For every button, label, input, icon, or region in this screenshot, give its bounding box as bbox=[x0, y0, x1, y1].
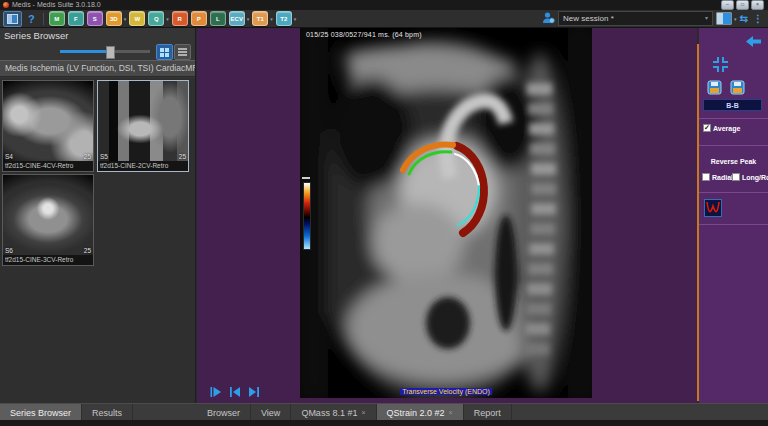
dropdown-caret-icon[interactable]: ▾ bbox=[734, 16, 737, 22]
main-area: Series Browser Medis Ischemia (LV Functi… bbox=[0, 28, 768, 403]
average-checkbox[interactable]: ✓ bbox=[703, 124, 711, 132]
user-icon bbox=[542, 10, 555, 28]
list-view-icon bbox=[178, 51, 187, 53]
average-label: Average bbox=[713, 125, 740, 132]
thumbnail-label: tf2d15-CINE-2CV-Retro bbox=[98, 161, 188, 171]
velocity-colorbar bbox=[303, 182, 311, 250]
close-button[interactable]: × bbox=[751, 0, 764, 10]
dropdown-caret-icon[interactable]: ▾ bbox=[294, 16, 297, 22]
mri-anatomy-graphic bbox=[300, 28, 592, 398]
help-button[interactable]: ? bbox=[25, 13, 38, 25]
frame-count: 25 bbox=[179, 153, 186, 160]
chevron-down-icon: ▾ bbox=[705, 12, 708, 25]
reverse-peak-label: Reverse Peak bbox=[699, 158, 768, 165]
play-button[interactable] bbox=[210, 386, 222, 398]
app-button-r-icon[interactable]: R bbox=[172, 11, 188, 26]
toolbar-separator bbox=[43, 13, 44, 25]
close-tab-icon[interactable]: × bbox=[449, 405, 453, 421]
window-title: Medis - Medis Suite 3.0.18.0 bbox=[12, 0, 101, 10]
mri-image[interactable]: 015/25 038/0527/941 ms. (64 bpm) Transve… bbox=[300, 28, 592, 398]
thumbnail-label: tf2d15-CINE-3CV-Retro bbox=[3, 255, 93, 265]
app-button-q-icon[interactable]: Q bbox=[148, 11, 164, 26]
longrot-checkbox[interactable] bbox=[732, 173, 740, 181]
thumbnail-grid: S4 25 tf2d15-CINE-4CV-Retro S5 25 tf2d15… bbox=[0, 78, 195, 403]
application-tabs: Browser View QMass 8.1 #1× QStrain 2.0 #… bbox=[197, 404, 512, 421]
app-button-t1-icon[interactable]: T1 bbox=[252, 11, 268, 26]
session-label: New session * bbox=[563, 12, 614, 25]
series-thumbnail[interactable]: S4 25 tf2d15-CINE-4CV-Retro bbox=[2, 80, 94, 172]
maximize-button[interactable]: □ bbox=[736, 0, 749, 10]
playback-controls bbox=[210, 386, 260, 398]
slider-handle[interactable] bbox=[106, 46, 115, 59]
series-thumbnail-selected[interactable]: S5 25 tf2d15-CINE-2CV-Retro bbox=[97, 80, 189, 172]
fit-to-view-icon[interactable] bbox=[712, 56, 729, 73]
save-snapshot-icon[interactable] bbox=[707, 80, 722, 95]
back-arrow-button[interactable] bbox=[745, 35, 762, 48]
divider bbox=[699, 192, 768, 193]
tab-series-browser[interactable]: Series Browser bbox=[0, 404, 82, 421]
tab-browser[interactable]: Browser bbox=[197, 404, 251, 421]
tab-report[interactable]: Report bbox=[464, 404, 512, 421]
thumbnail-size-controls bbox=[0, 42, 195, 60]
radial-label: Radial bbox=[712, 174, 733, 181]
series-thumbnail[interactable]: S6 25 tf2d15-CINE-3CV-Retro bbox=[2, 174, 94, 266]
overflow-menu-button[interactable]: ⋮ bbox=[751, 13, 765, 24]
series-number: S4 bbox=[5, 153, 13, 160]
divider bbox=[699, 118, 768, 119]
tab-view[interactable]: View bbox=[251, 404, 291, 421]
thumbnail-image: S6 25 bbox=[3, 175, 93, 255]
app-button-qflow-icon[interactable]: F bbox=[68, 11, 84, 26]
session-dropdown[interactable]: New session * ▾ bbox=[558, 11, 713, 26]
browser-panel-toggle-button[interactable] bbox=[3, 11, 22, 27]
sync-session-button[interactable]: ⇆ bbox=[740, 13, 748, 25]
thumbnail-image: S4 25 bbox=[3, 81, 93, 161]
frame-count: 25 bbox=[84, 153, 91, 160]
main-toolbar: ? M F S 3D ▾ W Q ▾ R P L ECV ▾ T1 ▾ T2 ▾… bbox=[0, 10, 768, 28]
app-button-w-icon[interactable]: W bbox=[129, 11, 145, 26]
series-number: S6 bbox=[5, 247, 13, 254]
skip-to-start-button[interactable] bbox=[229, 386, 241, 398]
dropdown-caret-icon[interactable]: ▾ bbox=[247, 16, 250, 22]
thumbnail-image: S5 25 bbox=[98, 81, 188, 161]
image-viewer[interactable]: 015/25 038/0527/941 ms. (64 bpm) Transve… bbox=[197, 28, 697, 403]
app-button-t2-icon[interactable]: T2 bbox=[276, 11, 292, 26]
frame-count: 25 bbox=[84, 247, 91, 254]
app-button-3dview-icon[interactable]: 3D bbox=[106, 11, 122, 26]
medis-suite-window: Medis - Medis Suite 3.0.18.0 – □ × ? M F… bbox=[0, 0, 768, 426]
skip-to-end-button[interactable] bbox=[248, 386, 260, 398]
app-button-ecv-icon[interactable]: ECV bbox=[229, 11, 245, 26]
grid-view-button[interactable] bbox=[156, 44, 173, 60]
bottom-tab-bar: Series Browser Results Browser View QMas… bbox=[0, 403, 768, 420]
tab-results[interactable]: Results bbox=[82, 404, 133, 421]
tab-qmass[interactable]: QMass 8.1 #1× bbox=[291, 404, 376, 421]
view-layout-button[interactable] bbox=[716, 12, 732, 25]
longrot-label: Long/Rot bbox=[742, 174, 768, 181]
save-data-icon[interactable] bbox=[730, 80, 745, 95]
dropdown-caret-icon[interactable]: ▾ bbox=[270, 16, 273, 22]
colorbar-tick bbox=[302, 177, 310, 179]
list-view-button[interactable] bbox=[174, 44, 191, 60]
frame-info-overlay: 015/25 038/0527/941 ms. (64 bpm) bbox=[306, 31, 422, 38]
phase-range-button[interactable]: B-B bbox=[703, 99, 762, 111]
thumbnail-label: tf2d15-CINE-4CV-Retro bbox=[3, 161, 93, 171]
radial-checkbox[interactable] bbox=[702, 173, 710, 181]
app-button-qstrain-icon[interactable]: S bbox=[87, 11, 103, 26]
study-tab[interactable]: Medis Ischemia (LV Function, DSI, TSI) C… bbox=[0, 60, 195, 77]
divider bbox=[699, 224, 768, 225]
series-number: S5 bbox=[100, 153, 108, 160]
tab-qstrain[interactable]: QStrain 2.0 #2× bbox=[377, 404, 464, 421]
analysis-side-panel: B-B ✓ Average Reverse Peak Radial Long/R… bbox=[699, 28, 768, 403]
minimize-button[interactable]: – bbox=[721, 0, 734, 10]
close-tab-icon[interactable]: × bbox=[361, 405, 365, 421]
velocity-curve-icon bbox=[705, 200, 721, 216]
panel-tabs: Series Browser Results bbox=[0, 404, 133, 421]
status-strip bbox=[0, 420, 768, 426]
app-button-p-icon[interactable]: P bbox=[191, 11, 207, 26]
app-button-qmass-icon[interactable]: M bbox=[49, 11, 65, 26]
series-browser-panel: Series Browser Medis Ischemia (LV Functi… bbox=[0, 28, 196, 403]
app-button-stamp-icon[interactable]: L bbox=[210, 11, 226, 26]
dropdown-caret-icon[interactable]: ▾ bbox=[124, 16, 127, 22]
medis-logo-icon bbox=[3, 2, 9, 8]
velocity-curve-button[interactable] bbox=[704, 199, 722, 217]
dropdown-caret-icon[interactable]: ▾ bbox=[166, 16, 169, 22]
